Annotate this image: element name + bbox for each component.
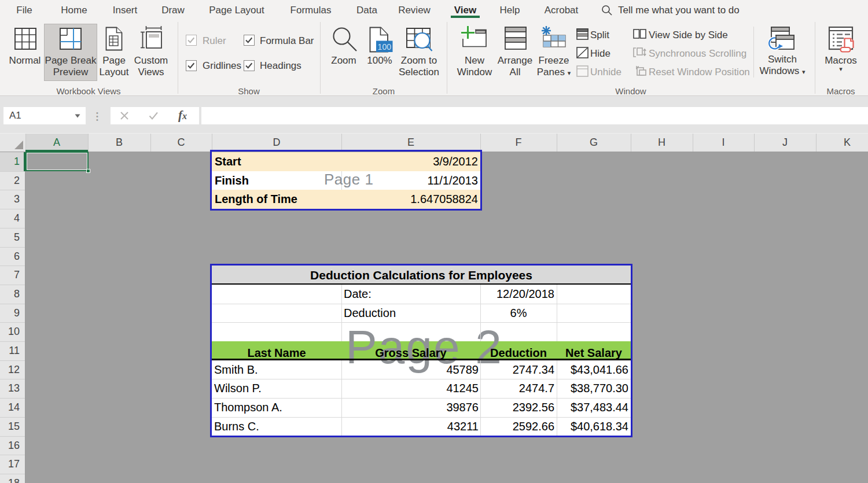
svg-text:100: 100 (378, 42, 392, 51)
